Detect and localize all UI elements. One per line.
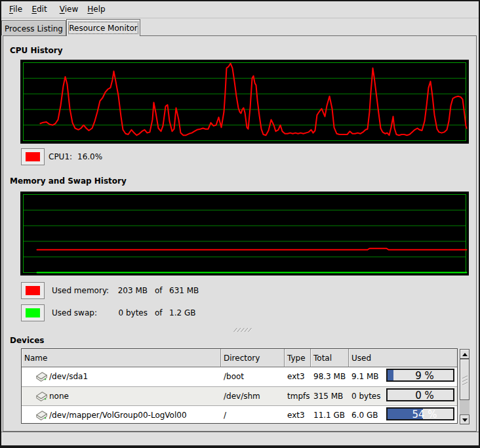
- menu-file-label-rest: ile: [13, 5, 22, 14]
- device-row[interactable]: /dev/sda1/bootext398.3 MB9.1 MB9 %: [22, 367, 457, 386]
- used-memory-of: of: [155, 286, 163, 296]
- used-progressbar: 9 %: [386, 369, 454, 382]
- cpu-history-title: CPU History: [10, 46, 63, 55]
- device-name: /dev/mapper/VolGroup00-LogVol00: [49, 411, 187, 420]
- device-name-cell: /dev/mapper/VolGroup00-LogVol00: [22, 406, 221, 423]
- device-type-cell: ext3: [285, 406, 311, 423]
- device-name: /dev/sda1: [49, 372, 88, 381]
- cpu-chart-svg: [20, 60, 469, 144]
- device-type-cell: tmpfs: [285, 387, 311, 405]
- window-client-area: File Edit View Help Process Listing Reso…: [1, 1, 479, 445]
- tab-resource-monitor-label: Resource Monitor: [67, 24, 140, 33]
- thumb-grip-icon: [462, 375, 468, 386]
- paned-resize-grip[interactable]: [233, 325, 252, 331]
- devices-title: Devices: [10, 336, 44, 345]
- devices-table: Name Directory Type Total Used /dev/sda1…: [21, 348, 458, 424]
- menu-edit[interactable]: Edit: [26, 1, 52, 18]
- harddisk-icon: [36, 371, 47, 382]
- menu-view[interactable]: View: [54, 1, 83, 18]
- scroll-up-button[interactable]: [460, 349, 470, 359]
- used-progressbar: 54 %: [386, 407, 454, 420]
- vertical-scrollbar[interactable]: [460, 349, 470, 424]
- cpu-legend-value: 16.0%: [77, 152, 102, 162]
- progress-label: 9 %: [388, 371, 453, 381]
- column-header-used[interactable]: Used: [349, 349, 457, 367]
- menu-view-label: V: [60, 5, 65, 14]
- menu-edit-label-rest: dit: [37, 5, 47, 14]
- used-memory-value: 203 MB: [75, 286, 148, 296]
- column-header-directory[interactable]: Directory: [221, 349, 285, 367]
- tab-process-listing-label: Process Listing: [2, 24, 66, 33]
- device-type-cell: ext3: [285, 367, 311, 386]
- device-name: none: [49, 392, 69, 401]
- used-memory-total: 631 MB: [169, 286, 199, 296]
- used-progressbar: 0 %: [386, 388, 454, 401]
- arrow-up-icon: [462, 353, 468, 356]
- scrollbar-thumb[interactable]: [460, 359, 470, 400]
- menu-help[interactable]: Help: [83, 1, 110, 18]
- tab-process-listing[interactable]: Process Listing: [1, 20, 66, 35]
- cpu-color-swatch[interactable]: [21, 148, 45, 165]
- progress-label: 0 %: [388, 390, 453, 401]
- resource-monitor-page: CPU History CPU1: 16.0% Memory and Swap …: [3, 35, 477, 432]
- menu-help-label-rest: elp: [93, 5, 105, 14]
- used-memory-color-swatch[interactable]: [21, 282, 45, 299]
- paned-grip-hatch-icon: [233, 327, 252, 333]
- arrow-down-icon: [462, 418, 468, 422]
- used-memory-color-sample: [26, 286, 40, 295]
- memory-history-title: Memory and Swap History: [10, 176, 127, 186]
- memory-swap-chart: [20, 192, 469, 275]
- tab-resource-monitor[interactable]: Resource Monitor: [66, 19, 140, 35]
- active-tab-gap: [67, 35, 140, 36]
- device-name-cell: /dev/sda1: [22, 367, 221, 386]
- device-row[interactable]: /dev/mapper/VolGroup00-LogVol00/ext311.1…: [22, 405, 457, 423]
- scroll-down-button[interactable]: [460, 415, 470, 424]
- cpu-legend-label: CPU1:: [49, 152, 72, 162]
- used-swap-color-sample: [26, 308, 40, 317]
- device-total-cell: 11.1 GB: [311, 406, 349, 423]
- cpu-color-sample: [26, 152, 40, 161]
- column-header-name[interactable]: Name: [22, 349, 221, 367]
- menubar: File Edit View Help: [1, 1, 479, 18]
- app-window: File Edit View Help Process Listing Reso…: [0, 0, 480, 448]
- device-directory-cell: /dev/shm: [221, 387, 285, 405]
- notebook-tabs: Process Listing Resource Monitor: [1, 19, 479, 35]
- device-total-cell: 315 MB: [311, 387, 349, 405]
- menu-file[interactable]: File: [4, 1, 28, 18]
- used-swap-total: 1.2 GB: [169, 308, 195, 318]
- device-name-cell: none: [22, 387, 221, 405]
- cpu-history-chart: [20, 60, 469, 144]
- used-swap-value: 0 bytes: [75, 308, 148, 318]
- device-directory-cell: /: [221, 406, 285, 423]
- menu-edit-label: E: [31, 5, 37, 14]
- column-header-type[interactable]: Type: [285, 349, 311, 367]
- devices-table-header: Name Directory Type Total Used: [22, 349, 457, 367]
- used-swap-of: of: [155, 308, 163, 318]
- used-swap-color-swatch[interactable]: [21, 304, 45, 321]
- menu-help-label: H: [87, 5, 93, 14]
- statusbar: [1, 432, 479, 445]
- progress-label: 54 %: [388, 409, 453, 420]
- device-directory-cell: /boot: [221, 367, 285, 386]
- harddisk-icon: [36, 410, 47, 421]
- harddisk-icon: [36, 391, 47, 402]
- mem-chart-svg: [20, 192, 469, 275]
- column-header-total[interactable]: Total: [311, 349, 349, 367]
- device-row[interactable]: none/dev/shmtmpfs315 MB0 bytes0 %: [22, 386, 457, 405]
- menu-view-label-rest: iew: [65, 5, 79, 14]
- device-total-cell: 98.3 MB: [311, 367, 349, 386]
